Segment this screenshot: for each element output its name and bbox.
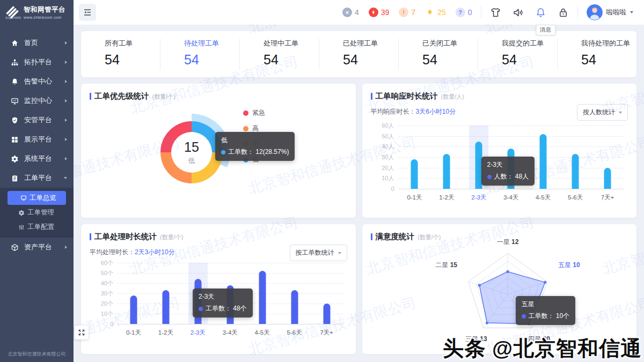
app-logo[interactable]: SugarNMS 智和网管平台 www.zhtelecom.com bbox=[0, 0, 74, 25]
radar-axis-label: 三星 13 bbox=[465, 335, 487, 343]
sidebar-item-label: 系统平台 bbox=[24, 154, 65, 164]
clipboard-icon bbox=[11, 174, 19, 182]
main-content: 所有工单54待处理工单54处理中工单54已处理工单54已关闭工单54我提交的工单… bbox=[74, 25, 644, 362]
y-tick-label: 50个 bbox=[90, 269, 113, 277]
badge-question[interactable]: ?0 bbox=[456, 8, 472, 17]
sidebar-item-display[interactable]: 展示平台 bbox=[0, 130, 74, 149]
sidebar-item-asset[interactable]: 资产平台 bbox=[0, 238, 74, 257]
stat-label: 处理中工单 bbox=[264, 39, 319, 48]
announce-icon[interactable] bbox=[513, 7, 524, 18]
bar-0-1天[interactable] bbox=[130, 295, 137, 324]
legend-item-紧急[interactable]: 紧急 bbox=[243, 108, 265, 117]
chevron-right-icon bbox=[65, 119, 67, 122]
stat-mode-dropdown[interactable]: 按人数统计 bbox=[577, 104, 628, 121]
stat-value: 54 bbox=[422, 52, 478, 68]
sidebar-item-topology[interactable]: 拓扑平台 bbox=[0, 53, 74, 72]
panel-title: 满意度统计 bbox=[376, 232, 415, 242]
sidebar-menu: 首页拓扑平台告警中心监控中心安管平台展示平台系统平台工单平台工单总览工单管理工单… bbox=[0, 33, 74, 257]
bar-1-2天[interactable] bbox=[162, 290, 169, 324]
sidebar-collapse-button[interactable] bbox=[79, 4, 96, 21]
series-dot-icon bbox=[199, 307, 203, 311]
chart-tooltip: 2-3天工单数： 48个 bbox=[193, 289, 253, 317]
bar-1-2天[interactable] bbox=[443, 154, 450, 189]
question-icon: ? bbox=[456, 8, 465, 17]
x-label: 2-3天 bbox=[471, 194, 486, 202]
bar-4-5天[interactable] bbox=[259, 271, 266, 324]
series-dot-icon bbox=[487, 175, 492, 179]
urgent-icon bbox=[369, 8, 378, 17]
fullscreen-expand-button[interactable] bbox=[75, 326, 89, 339]
radar-data-point[interactable] bbox=[544, 281, 546, 284]
radar-data-point[interactable] bbox=[478, 284, 480, 286]
series-dot-icon bbox=[221, 150, 225, 154]
badge-urgent[interactable]: 39 bbox=[369, 8, 390, 17]
y-tick-label: 20个 bbox=[90, 300, 113, 308]
chevron-right-icon bbox=[65, 138, 67, 141]
chevron-right-icon bbox=[65, 41, 67, 45]
bar-4-5天[interactable] bbox=[540, 134, 547, 189]
y-tick-label: 50人 bbox=[371, 132, 394, 140]
stat-所有工单[interactable]: 所有工单54 bbox=[81, 39, 160, 70]
x-label: 7天+ bbox=[601, 194, 614, 202]
bar-5-6天[interactable] bbox=[291, 290, 298, 324]
badge-warning[interactable]: !7 bbox=[399, 8, 415, 17]
user-name: 啦啦啦 bbox=[606, 8, 627, 17]
radar-data-point[interactable] bbox=[485, 321, 488, 324]
sidebar-item-label: 工单平台 bbox=[24, 173, 64, 183]
message-icon[interactable] bbox=[535, 7, 546, 18]
accent-bar bbox=[90, 93, 91, 100]
panel-ticket-priority: 工单优先级统计 (数量/个) 15 低 紧急高中低 低工单数： 12(28.57… bbox=[81, 84, 356, 218]
sidebar-subitem-ticket-manage[interactable]: 工单管理 bbox=[0, 205, 74, 220]
sidebar-subitem-label: 工单配置 bbox=[27, 223, 54, 232]
home-icon bbox=[11, 39, 19, 47]
badge-count: 7 bbox=[411, 8, 415, 17]
stat-已关闭工单[interactable]: 已关闭工单54 bbox=[399, 39, 478, 70]
stat-已处理工单[interactable]: 已处理工单54 bbox=[319, 39, 399, 70]
sidebar-item-home[interactable]: 首页 bbox=[0, 33, 74, 53]
tooltip-title: 五星 bbox=[522, 300, 570, 309]
donut-center: 15 低 bbox=[171, 132, 212, 173]
collapse-menu-icon bbox=[83, 8, 92, 17]
stat-label: 我提交的工单 bbox=[502, 39, 557, 48]
sidebar-item-system[interactable]: 系统平台 bbox=[0, 149, 74, 168]
sidebar-item-security[interactable]: 安管平台 bbox=[0, 110, 74, 130]
skin-icon[interactable] bbox=[490, 7, 501, 18]
shield-icon bbox=[11, 116, 19, 124]
radar-axis-label: 五星 10 bbox=[558, 261, 580, 269]
sidebar-item-alarm[interactable]: 告警中心 bbox=[0, 72, 74, 91]
stat-我提交的工单[interactable]: 我提交的工单54 bbox=[478, 39, 558, 70]
bar-0-1天[interactable] bbox=[411, 159, 418, 189]
stat-我待处理的工单[interactable]: 我待处理的工单54 bbox=[558, 39, 636, 70]
panel-satisfaction: 满意度统计 (数量/个) 一星 12五星 10四星 30三星 13二星 15 五… bbox=[362, 224, 637, 354]
bar-5-6天[interactable] bbox=[572, 154, 579, 189]
manage-icon bbox=[18, 210, 25, 216]
chevron-right-icon bbox=[65, 157, 67, 160]
bar-7天+[interactable] bbox=[323, 304, 330, 324]
sidebar-subitem-ticket-overview[interactable]: 工单总览 bbox=[8, 191, 66, 205]
bar-7天+[interactable] bbox=[604, 168, 611, 189]
badge-notice[interactable]: 25 bbox=[425, 8, 446, 17]
stat-mode-dropdown[interactable]: 按工单数统计 bbox=[290, 245, 347, 261]
panel-title: 工单优先级统计 bbox=[94, 91, 149, 101]
sidebar-subitem-ticket-config[interactable]: 工单配置 bbox=[0, 220, 74, 234]
user-menu[interactable]: 啦啦啦 bbox=[587, 4, 634, 20]
sidebar-item-ticket[interactable]: 工单平台 bbox=[0, 168, 74, 188]
stat-value: 54 bbox=[105, 52, 160, 68]
radar-data-point[interactable] bbox=[506, 270, 509, 273]
lock-icon[interactable] bbox=[558, 7, 569, 18]
stat-value: 54 bbox=[184, 52, 239, 68]
divider bbox=[577, 6, 578, 18]
sidebar-subitem-label: 工单总览 bbox=[30, 194, 56, 203]
toolbar-icons: 消息 bbox=[490, 7, 569, 18]
grid-line bbox=[118, 324, 343, 324]
charts-grid: 工单优先级统计 (数量/个) 15 低 紧急高中低 低工单数： 12(28.57… bbox=[81, 84, 636, 354]
badge-close[interactable]: ×4 bbox=[342, 8, 359, 17]
divider bbox=[481, 6, 481, 18]
grid-icon bbox=[11, 136, 19, 144]
sidebar-item-monitor[interactable]: 监控中心 bbox=[0, 91, 74, 110]
stat-待处理工单[interactable]: 待处理工单54 bbox=[160, 39, 240, 70]
chevron-right-icon bbox=[65, 61, 67, 64]
stat-value: 54 bbox=[502, 52, 557, 68]
stat-处理中工单[interactable]: 处理中工单54 bbox=[240, 39, 319, 70]
ticket-stats-card: 所有工单54待处理工单54处理中工单54已处理工单54已关闭工单54我提交的工单… bbox=[81, 31, 636, 77]
